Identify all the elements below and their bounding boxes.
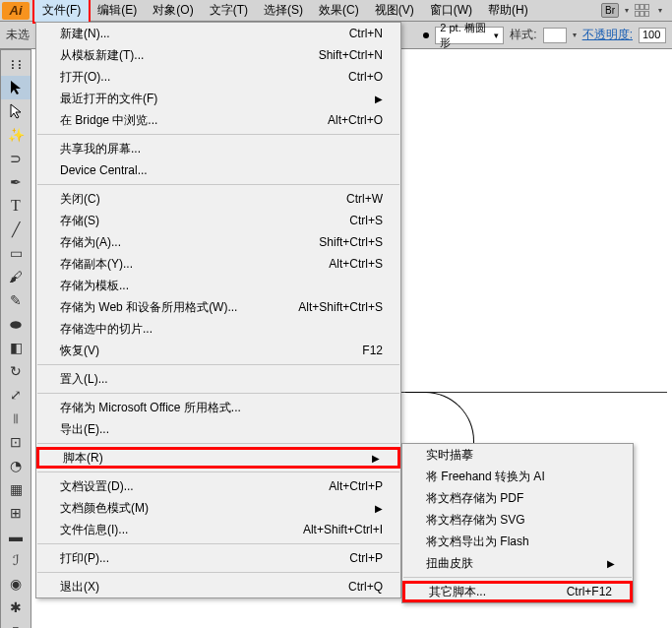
- perspective-grid-tool[interactable]: ▦: [1, 477, 31, 501]
- style-label: 样式:: [510, 27, 536, 43]
- file-menu-item-11[interactable]: 存储为(A)...Shift+Ctrl+S: [36, 231, 400, 253]
- script-submenu-item-4[interactable]: 将文档导出为 Flash: [402, 531, 633, 552]
- gradient-tool[interactable]: ▬: [1, 525, 31, 548]
- pencil-tool[interactable]: ✎: [1, 288, 31, 312]
- menu-item-shortcut: Ctrl+W: [346, 192, 383, 206]
- menu-item-label: 打开(O)...: [60, 69, 110, 86]
- menu-view[interactable]: 视图(V): [367, 0, 422, 22]
- script-submenu-item-1[interactable]: 将 Freehand 转换为 AI: [402, 466, 633, 487]
- file-menu-item-9[interactable]: 关闭(C)Ctrl+W: [36, 188, 400, 210]
- file-menu-item-14[interactable]: 存储为 Web 和设备所用格式(W)...Alt+Shift+Ctrl+S: [36, 296, 400, 318]
- toolbox: ⫶⫶ ✨ ⊃ ✒ T ╱ ▭ 🖌 ✎ ⬬ ◧ ↻ ⤢ ⫴ ⊡ ◔ ▦ ⊞ ▬ ℐ…: [0, 49, 31, 628]
- eyedropper-tool[interactable]: ℐ: [1, 548, 31, 572]
- free-transform-tool[interactable]: ⊡: [1, 430, 31, 454]
- menu-item-label: 关闭(C): [60, 191, 100, 208]
- opacity-input[interactable]: 100: [639, 28, 666, 43]
- stroke-dot-icon: [423, 32, 429, 38]
- menu-help[interactable]: 帮助(H): [480, 0, 536, 22]
- opacity-label[interactable]: 不透明度:: [582, 27, 633, 43]
- script-submenu-item-3[interactable]: 将文档存储为 SVG: [402, 509, 633, 531]
- file-menu-item-20[interactable]: 存储为 Microsoft Office 所用格式...: [36, 397, 400, 418]
- style-swatch[interactable]: [543, 28, 567, 43]
- script-submenu: 实时描摹将 Freehand 转换为 AI将文档存储为 PDF将文档存储为 SV…: [401, 443, 634, 603]
- magic-wand-tool[interactable]: ✨: [1, 123, 31, 147]
- mesh-tool[interactable]: ⊞: [1, 501, 31, 525]
- file-menu-item-1[interactable]: 从模板新建(T)...Shift+Ctrl+N: [36, 44, 400, 66]
- menu-item-label: 存储副本(Y)...: [60, 256, 133, 273]
- menu-object[interactable]: 对象(O): [145, 0, 201, 22]
- menu-edit[interactable]: 编辑(E): [90, 0, 145, 22]
- scale-tool[interactable]: ⤢: [1, 383, 31, 407]
- file-menu-item-13[interactable]: 存储为模板...: [36, 275, 400, 296]
- file-menu-item-6[interactable]: 共享我的屏幕...: [36, 138, 400, 159]
- width-tool[interactable]: ⫴: [1, 407, 31, 430]
- file-menu-item-3[interactable]: 最近打开的文件(F)▶: [36, 88, 400, 109]
- menu-item-label: 恢复(V): [60, 343, 99, 359]
- script-submenu-item-0[interactable]: 实时描摹: [402, 444, 633, 466]
- file-menu-item-21[interactable]: 导出(E)...: [36, 418, 400, 440]
- menu-item-shortcut: Alt+Shift+Ctrl+I: [303, 523, 383, 536]
- shape-builder-tool[interactable]: ◔: [1, 454, 31, 477]
- menu-item-label: 实时描摹: [426, 447, 473, 464]
- menu-item-shortcut: Ctrl+N: [349, 27, 383, 40]
- file-menu-item-15[interactable]: 存储选中的切片...: [36, 318, 400, 340]
- line-tool[interactable]: ╱: [1, 218, 31, 241]
- menu-item-label: 从模板新建(T)...: [60, 47, 144, 64]
- file-menu-item-10[interactable]: 存储(S)Ctrl+S: [36, 210, 400, 231]
- menu-item-label: 存储为 Web 和设备所用格式(W)...: [60, 299, 237, 316]
- type-tool[interactable]: T: [1, 194, 31, 218]
- script-submenu-item-5[interactable]: 扭曲皮肤▶: [402, 552, 633, 574]
- file-menu-item-25[interactable]: 文档设置(D)...Alt+Ctrl+P: [36, 475, 400, 497]
- eraser-tool[interactable]: ◧: [1, 336, 31, 359]
- rectangle-tool[interactable]: ▭: [1, 241, 31, 265]
- file-menu-item-18[interactable]: 置入(L)...: [36, 368, 400, 390]
- blend-tool[interactable]: ◉: [1, 572, 31, 596]
- file-menu-item-29[interactable]: 打印(P)...Ctrl+P: [36, 547, 400, 569]
- lasso-tool[interactable]: ⊃: [1, 147, 31, 170]
- file-menu-item-16[interactable]: 恢复(V)F12: [36, 340, 400, 361]
- paintbrush-tool[interactable]: 🖌: [1, 265, 31, 288]
- selection-tool[interactable]: [1, 76, 31, 99]
- menu-item-label: 退出(X): [60, 579, 99, 596]
- menu-item-shortcut: F12: [362, 344, 383, 357]
- menu-item-label: 打印(P)...: [60, 550, 109, 567]
- blob-brush-tool[interactable]: ⬬: [1, 312, 31, 336]
- submenu-arrow-icon: ▶: [375, 503, 383, 514]
- bridge-arrow-icon: ▾: [625, 6, 629, 15]
- menu-item-shortcut: Ctrl+S: [349, 214, 383, 227]
- menubar: Ai 文件(F) 编辑(E) 对象(O) 文字(T) 选择(S) 效果(C) 视…: [0, 0, 672, 22]
- file-menu-item-23[interactable]: 脚本(R)▶: [36, 447, 400, 469]
- menu-item-label: 文件信息(I)...: [60, 522, 128, 538]
- menu-item-shortcut: Ctrl+P: [349, 551, 383, 565]
- pen-tool[interactable]: ✒: [1, 170, 31, 194]
- bridge-badge[interactable]: Br: [601, 3, 619, 18]
- menu-file[interactable]: 文件(F): [33, 0, 90, 23]
- arrange-documents-icon[interactable]: [635, 4, 652, 18]
- menu-window[interactable]: 窗口(W): [422, 0, 480, 22]
- file-menu-item-7[interactable]: Device Central...: [36, 159, 400, 181]
- toolbox-handle[interactable]: ⫶⫶: [1, 52, 31, 76]
- stroke-profile-select[interactable]: 2 pt. 椭圆形▾: [435, 27, 504, 44]
- menu-effect[interactable]: 效果(C): [311, 0, 367, 22]
- file-menu-item-26[interactable]: 文档颜色模式(M)▶: [36, 497, 400, 519]
- menu-item-label: 文档设置(D)...: [60, 478, 134, 495]
- rotate-tool[interactable]: ↻: [1, 359, 31, 383]
- file-menu-item-31[interactable]: 退出(X)Ctrl+Q: [36, 576, 400, 597]
- menu-item-label: 将文档存储为 SVG: [426, 512, 525, 529]
- file-menu-item-27[interactable]: 文件信息(I)...Alt+Shift+Ctrl+I: [36, 519, 400, 540]
- file-menu-item-2[interactable]: 打开(O)...Ctrl+O: [36, 66, 400, 88]
- file-menu-item-4[interactable]: 在 Bridge 中浏览...Alt+Ctrl+O: [36, 109, 400, 131]
- script-submenu-item-7[interactable]: 其它脚本...Ctrl+F12: [402, 581, 633, 602]
- menu-item-shortcut: Alt+Ctrl+O: [328, 113, 383, 127]
- menu-select[interactable]: 选择(S): [256, 0, 311, 22]
- menu-type[interactable]: 文字(T): [202, 0, 256, 22]
- file-menu-item-0[interactable]: 新建(N)...Ctrl+N: [36, 23, 400, 44]
- column-graph-tool[interactable]: ▯: [1, 619, 31, 628]
- direct-selection-tool[interactable]: [1, 99, 31, 123]
- file-menu-item-12[interactable]: 存储副本(Y)...Alt+Ctrl+S: [36, 253, 400, 275]
- symbol-sprayer-tool[interactable]: ✱: [1, 596, 31, 619]
- menu-item-shortcut: Ctrl+Q: [348, 580, 383, 594]
- menu-item-label: 存储为 Microsoft Office 所用格式...: [60, 400, 241, 416]
- script-submenu-item-2[interactable]: 将文档存储为 PDF: [402, 487, 633, 509]
- file-menu-dropdown: 新建(N)...Ctrl+N从模板新建(T)...Shift+Ctrl+N打开(…: [35, 22, 401, 598]
